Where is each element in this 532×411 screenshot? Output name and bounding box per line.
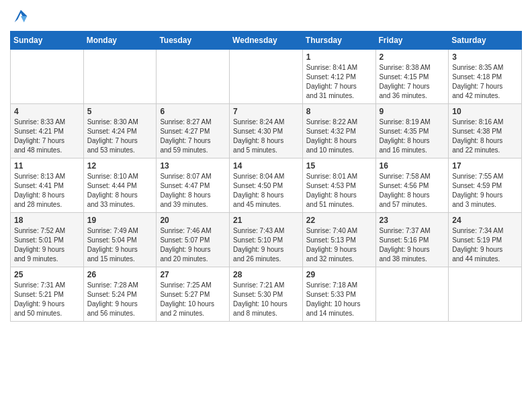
day-info: Sunrise: 8:27 AM Sunset: 4:27 PM Dayligh… [160, 118, 226, 155]
day-info: Sunrise: 7:34 AM Sunset: 5:19 PM Dayligh… [452, 226, 518, 264]
day-info: Sunrise: 8:24 AM Sunset: 4:30 PM Dayligh… [233, 118, 299, 155]
day-number: 22 [306, 216, 372, 225]
calendar-cell: 17Sunrise: 7:55 AM Sunset: 4:59 PM Dayli… [449, 158, 522, 213]
day-number: 23 [380, 216, 445, 225]
day-number: 12 [87, 161, 153, 171]
day-number: 3 [452, 52, 518, 62]
day-number: 19 [87, 216, 153, 225]
day-info: Sunrise: 7:21 AM Sunset: 5:30 PM Dayligh… [233, 281, 299, 318]
day-number: 24 [452, 216, 518, 225]
logo [10, 9, 30, 26]
column-header-tuesday: Tuesday [157, 32, 230, 50]
calendar-cell: 2Sunrise: 8:38 AM Sunset: 4:15 PM Daylig… [375, 50, 449, 104]
calendar-cell: 12Sunrise: 8:10 AM Sunset: 4:44 PM Dayli… [83, 158, 157, 213]
calendar-cell: 28Sunrise: 7:21 AM Sunset: 5:30 PM Dayli… [230, 267, 303, 322]
calendar-cell: 29Sunrise: 7:18 AM Sunset: 5:33 PM Dayli… [302, 267, 375, 322]
calendar-cell: 10Sunrise: 8:16 AM Sunset: 4:38 PM Dayli… [449, 104, 522, 158]
calendar-week-row: 4Sunrise: 8:33 AM Sunset: 4:21 PM Daylig… [11, 104, 522, 158]
day-info: Sunrise: 8:41 AM Sunset: 4:12 PM Dayligh… [306, 63, 372, 101]
day-number: 27 [160, 270, 226, 279]
calendar-cell [157, 50, 230, 104]
day-info: Sunrise: 7:37 AM Sunset: 5:16 PM Dayligh… [380, 226, 445, 264]
day-number: 5 [87, 107, 153, 116]
day-info: Sunrise: 8:04 AM Sunset: 4:50 PM Dayligh… [233, 172, 299, 210]
day-info: Sunrise: 8:22 AM Sunset: 4:32 PM Dayligh… [306, 118, 372, 155]
calendar-week-row: 1Sunrise: 8:41 AM Sunset: 4:12 PM Daylig… [11, 50, 522, 104]
day-info: Sunrise: 8:38 AM Sunset: 4:15 PM Dayligh… [380, 63, 445, 101]
day-number: 7 [233, 107, 299, 116]
day-number: 28 [233, 270, 299, 279]
calendar-cell: 13Sunrise: 8:07 AM Sunset: 4:47 PM Dayli… [157, 158, 230, 213]
calendar-cell: 4Sunrise: 8:33 AM Sunset: 4:21 PM Daylig… [11, 104, 84, 158]
calendar-cell: 16Sunrise: 7:58 AM Sunset: 4:56 PM Dayli… [375, 158, 449, 213]
day-info: Sunrise: 7:25 AM Sunset: 5:27 PM Dayligh… [160, 281, 226, 318]
day-number: 6 [160, 107, 226, 116]
day-number: 17 [452, 161, 518, 171]
day-info: Sunrise: 8:19 AM Sunset: 4:35 PM Dayligh… [380, 118, 445, 155]
day-info: Sunrise: 7:52 AM Sunset: 5:01 PM Dayligh… [14, 226, 80, 264]
day-number: 9 [380, 107, 445, 116]
calendar-cell: 26Sunrise: 7:28 AM Sunset: 5:24 PM Dayli… [83, 267, 157, 322]
calendar-cell: 15Sunrise: 8:01 AM Sunset: 4:53 PM Dayli… [302, 158, 375, 213]
logo-icon [11, 7, 30, 26]
day-info: Sunrise: 8:35 AM Sunset: 4:18 PM Dayligh… [452, 63, 518, 101]
day-number: 25 [14, 270, 80, 279]
day-info: Sunrise: 8:13 AM Sunset: 4:41 PM Dayligh… [14, 172, 80, 210]
calendar-week-row: 11Sunrise: 8:13 AM Sunset: 4:41 PM Dayli… [11, 158, 522, 213]
day-info: Sunrise: 7:55 AM Sunset: 4:59 PM Dayligh… [452, 172, 518, 210]
calendar-week-row: 25Sunrise: 7:31 AM Sunset: 5:21 PM Dayli… [11, 267, 522, 322]
calendar-cell: 9Sunrise: 8:19 AM Sunset: 4:35 PM Daylig… [375, 104, 449, 158]
calendar-cell: 6Sunrise: 8:27 AM Sunset: 4:27 PM Daylig… [157, 104, 230, 158]
page-header [10, 7, 522, 26]
column-header-saturday: Saturday [449, 32, 522, 50]
day-number: 16 [380, 161, 445, 171]
day-info: Sunrise: 8:01 AM Sunset: 4:53 PM Dayligh… [306, 172, 372, 210]
day-info: Sunrise: 7:43 AM Sunset: 5:10 PM Dayligh… [233, 226, 299, 264]
calendar-header-row: SundayMondayTuesdayWednesdayThursdayFrid… [11, 32, 522, 50]
calendar-cell: 5Sunrise: 8:30 AM Sunset: 4:24 PM Daylig… [83, 104, 157, 158]
calendar-cell: 21Sunrise: 7:43 AM Sunset: 5:10 PM Dayli… [230, 213, 303, 267]
calendar-cell: 20Sunrise: 7:46 AM Sunset: 5:07 PM Dayli… [157, 213, 230, 267]
column-header-thursday: Thursday [302, 32, 375, 50]
day-number: 4 [14, 107, 80, 116]
calendar-cell [11, 50, 84, 104]
day-number: 18 [14, 216, 80, 225]
day-info: Sunrise: 8:07 AM Sunset: 4:47 PM Dayligh… [160, 172, 226, 210]
calendar-cell: 27Sunrise: 7:25 AM Sunset: 5:27 PM Dayli… [157, 267, 230, 322]
day-info: Sunrise: 7:49 AM Sunset: 5:04 PM Dayligh… [87, 226, 153, 264]
calendar-cell: 11Sunrise: 8:13 AM Sunset: 4:41 PM Dayli… [11, 158, 84, 213]
svg-marker-1 [21, 16, 27, 22]
column-header-monday: Monday [83, 32, 157, 50]
day-number: 26 [87, 270, 153, 279]
day-info: Sunrise: 7:40 AM Sunset: 5:13 PM Dayligh… [306, 226, 372, 264]
day-info: Sunrise: 7:28 AM Sunset: 5:24 PM Dayligh… [87, 281, 153, 318]
calendar-cell: 14Sunrise: 8:04 AM Sunset: 4:50 PM Dayli… [230, 158, 303, 213]
day-number: 15 [306, 161, 372, 171]
day-number: 2 [380, 52, 445, 62]
day-info: Sunrise: 7:46 AM Sunset: 5:07 PM Dayligh… [160, 226, 226, 264]
calendar-week-row: 18Sunrise: 7:52 AM Sunset: 5:01 PM Dayli… [11, 213, 522, 267]
calendar-cell [230, 50, 303, 104]
day-number: 1 [306, 52, 372, 62]
day-number: 11 [14, 161, 80, 171]
calendar-cell: 22Sunrise: 7:40 AM Sunset: 5:13 PM Dayli… [302, 213, 375, 267]
calendar-cell: 8Sunrise: 8:22 AM Sunset: 4:32 PM Daylig… [302, 104, 375, 158]
day-info: Sunrise: 8:16 AM Sunset: 4:38 PM Dayligh… [452, 118, 518, 155]
calendar-cell: 23Sunrise: 7:37 AM Sunset: 5:16 PM Dayli… [375, 213, 449, 267]
calendar-cell: 7Sunrise: 8:24 AM Sunset: 4:30 PM Daylig… [230, 104, 303, 158]
day-info: Sunrise: 8:30 AM Sunset: 4:24 PM Dayligh… [87, 118, 153, 155]
day-number: 14 [233, 161, 299, 171]
column-header-wednesday: Wednesday [230, 32, 303, 50]
calendar-cell: 3Sunrise: 8:35 AM Sunset: 4:18 PM Daylig… [449, 50, 522, 104]
day-info: Sunrise: 8:33 AM Sunset: 4:21 PM Dayligh… [14, 118, 80, 155]
calendar-cell: 19Sunrise: 7:49 AM Sunset: 5:04 PM Dayli… [83, 213, 157, 267]
calendar-cell [375, 267, 449, 322]
calendar-cell: 24Sunrise: 7:34 AM Sunset: 5:19 PM Dayli… [449, 213, 522, 267]
calendar-table: SundayMondayTuesdayWednesdayThursdayFrid… [10, 31, 522, 322]
calendar-cell: 1Sunrise: 8:41 AM Sunset: 4:12 PM Daylig… [302, 50, 375, 104]
day-info: Sunrise: 8:10 AM Sunset: 4:44 PM Dayligh… [87, 172, 153, 210]
day-number: 13 [160, 161, 226, 171]
day-number: 8 [306, 107, 372, 116]
day-number: 21 [233, 216, 299, 225]
calendar-cell [449, 267, 522, 322]
